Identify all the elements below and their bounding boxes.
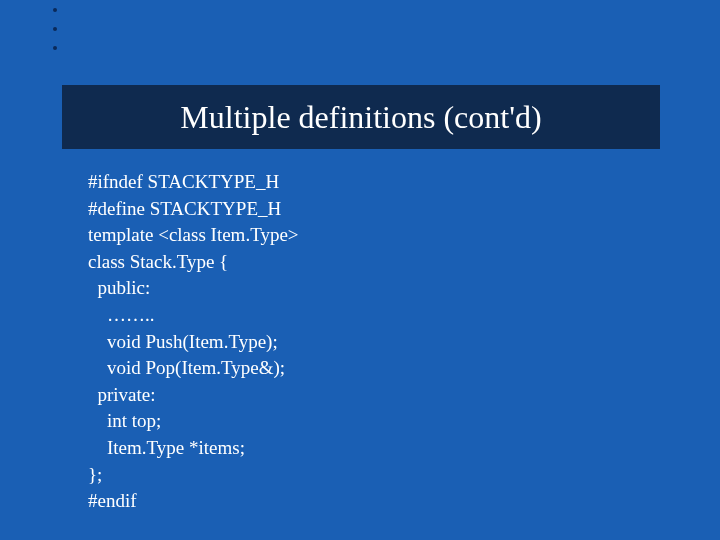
code-line: int top; <box>88 408 299 435</box>
title-bar: Multiple definitions (cont'd) <box>62 85 660 149</box>
code-line: class Stack.Type { <box>88 249 299 276</box>
code-line: public: <box>88 275 299 302</box>
slide-title: Multiple definitions (cont'd) <box>180 99 541 136</box>
code-line: private: <box>88 382 299 409</box>
code-line: }; <box>88 462 299 489</box>
code-line: …….. <box>88 302 299 329</box>
code-line: void Pop(Item.Type&); <box>88 355 299 382</box>
code-line: void Push(Item.Type); <box>88 329 299 356</box>
bullet-icon <box>53 8 57 12</box>
bullet-icon <box>53 46 57 50</box>
code-line: #ifndef STACKTYPE_H <box>88 169 299 196</box>
code-block: #ifndef STACKTYPE_H #define STACKTYPE_H … <box>88 169 299 515</box>
bullet-icon <box>53 27 57 31</box>
code-line: #endif <box>88 488 299 515</box>
decorative-bullets <box>53 8 57 65</box>
code-line: #define STACKTYPE_H <box>88 196 299 223</box>
code-line: template <class Item.Type> <box>88 222 299 249</box>
code-line: Item.Type *items; <box>88 435 299 462</box>
